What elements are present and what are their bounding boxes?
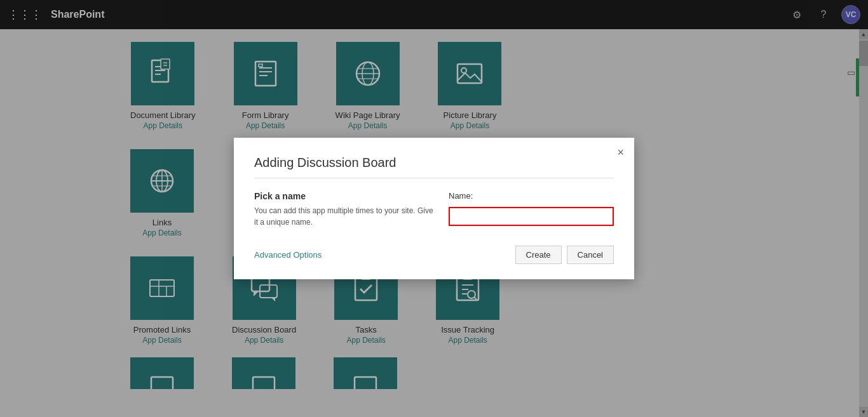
create-button[interactable]: Create xyxy=(515,246,562,264)
modal-overlay: Adding Discussion Board × Pick a name Yo… xyxy=(0,0,868,417)
modal-right-section: Name: xyxy=(449,191,614,226)
modal-footer: Advanced Options Create Cancel xyxy=(254,246,614,264)
adding-discussion-board-modal: Adding Discussion Board × Pick a name Yo… xyxy=(234,138,634,279)
modal-buttons: Create Cancel xyxy=(515,246,614,264)
modal-close-button[interactable]: × xyxy=(617,147,624,158)
modal-body: Pick a name You can add this app multipl… xyxy=(254,191,614,228)
advanced-options-link[interactable]: Advanced Options xyxy=(254,250,322,260)
pick-a-name-description: You can add this app multiple times to y… xyxy=(254,205,433,228)
name-field-label: Name: xyxy=(449,191,614,201)
pick-a-name-label: Pick a name xyxy=(254,191,433,201)
name-input-field[interactable] xyxy=(449,207,614,226)
modal-left-section: Pick a name You can add this app multipl… xyxy=(254,191,433,228)
cancel-button[interactable]: Cancel xyxy=(567,246,614,264)
modal-title: Adding Discussion Board xyxy=(254,156,614,178)
